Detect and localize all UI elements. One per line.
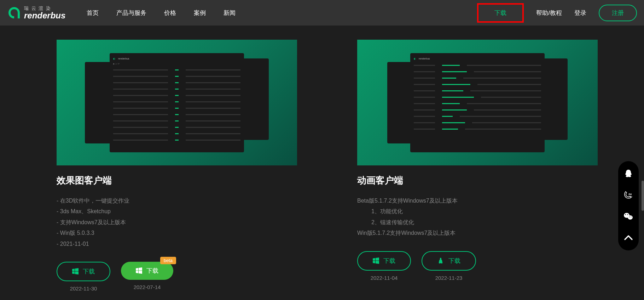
preview-rendering: ◐ renderbus ▶ ▷ ⟳ [57, 40, 297, 165]
floating-sidebar: 24HOUR [618, 161, 639, 250]
download-windows-beta-button[interactable]: 下载 [121, 262, 173, 280]
main-nav: 首页 产品与服务 价格 案例 新闻 [87, 9, 236, 17]
qq-icon[interactable] [623, 169, 633, 179]
signup-button[interactable]: 注册 [599, 5, 637, 21]
scroll-top-icon[interactable] [623, 233, 633, 243]
linux-icon [437, 257, 444, 264]
download-group: 下载 2022-11-04 [357, 251, 411, 281]
download-label: 下载 [448, 257, 460, 265]
download-linux-button[interactable]: 下载 [422, 251, 476, 271]
logo-icon [7, 6, 21, 20]
card-title-rendering: 效果图客户端 [57, 174, 297, 187]
feature-line: Win版5.1.7.2支持Windows7及以上版本 [357, 228, 598, 238]
feature-line: - 在3D软件中，一键提交作业 [57, 196, 297, 206]
nav-news[interactable]: 新闻 [224, 9, 236, 17]
nav-products[interactable]: 产品与服务 [116, 9, 146, 17]
release-date: 2022-11-04 [371, 275, 398, 281]
download-group: beta 下载 2022-07-14 [121, 262, 173, 291]
release-date: 2022-07-14 [134, 284, 161, 290]
card-animation-client: ◐ renderbus 动画客户端 Beta版5.1.7.2支持Windows7… [357, 40, 598, 300]
svg-text:HOUR: HOUR [628, 196, 632, 198]
svg-point-5 [627, 214, 628, 215]
nav-help[interactable]: 帮助/教程 [536, 9, 562, 17]
nav-price[interactable]: 价格 [164, 9, 176, 17]
download-label: 下载 [383, 257, 395, 265]
release-date: 2022-11-30 [70, 285, 97, 291]
wechat-icon[interactable] [623, 211, 633, 221]
nav-home[interactable]: 首页 [87, 9, 99, 17]
scrollbar-thumb[interactable] [642, 181, 644, 211]
cards-container: ◐ renderbus ▶ ▷ ⟳ 效果图客户端 [0, 26, 644, 300]
nav-login[interactable]: 登录 [574, 9, 586, 17]
beta-badge: beta [160, 257, 176, 264]
svg-point-4 [625, 214, 626, 215]
logo-en: renderbus [24, 11, 65, 20]
phone-24h-icon[interactable]: 24HOUR [623, 190, 633, 200]
svg-point-7 [631, 217, 632, 217]
card-rendering-client: ◐ renderbus ▶ ▷ ⟳ 效果图客户端 [57, 40, 297, 300]
logo[interactable]: 瑞 云 渲 染 renderbus [7, 6, 65, 20]
release-date: 2022-11-23 [435, 275, 463, 281]
download-windows-button[interactable]: 下载 [57, 262, 110, 281]
preview-animation: ◐ renderbus [357, 40, 598, 165]
download-windows-button[interactable]: 下载 [357, 251, 411, 271]
svg-point-3 [628, 215, 633, 220]
svg-point-6 [629, 217, 630, 217]
feature-line: 2、镭速传输优化 [357, 217, 598, 228]
download-label: 下载 [146, 267, 158, 275]
feature-line: 1、功能优化 [357, 206, 598, 217]
windows-icon [373, 257, 379, 264]
svg-text:24: 24 [628, 193, 632, 196]
card-title-animation: 动画客户端 [357, 174, 598, 187]
download-group: 下载 2022-11-23 [422, 251, 476, 281]
download-label: 下载 [83, 267, 95, 276]
feature-line: - Win版 5.0.3.3 [57, 228, 297, 238]
header: 瑞 云 渲 染 renderbus 首页 产品与服务 价格 案例 新闻 下载 帮… [0, 0, 644, 26]
nav-cases[interactable]: 案例 [194, 9, 206, 17]
feature-line: - 2021-11-01 [57, 239, 297, 249]
header-right: 下载 帮助/教程 登录 注册 [477, 3, 637, 23]
feature-line: - 3ds Max、Sketchup [57, 206, 297, 217]
feature-line: - 支持Windows7及以上版本 [57, 217, 297, 228]
windows-icon [72, 268, 79, 274]
logo-cn: 瑞 云 渲 染 [24, 6, 65, 11]
feature-line: Beta版5.1.7.2支持Windows7及以上版本 [357, 196, 598, 206]
windows-icon [136, 267, 142, 274]
nav-download-highlighted[interactable]: 下载 [477, 3, 524, 23]
download-group: 下载 2022-11-30 [57, 262, 110, 291]
